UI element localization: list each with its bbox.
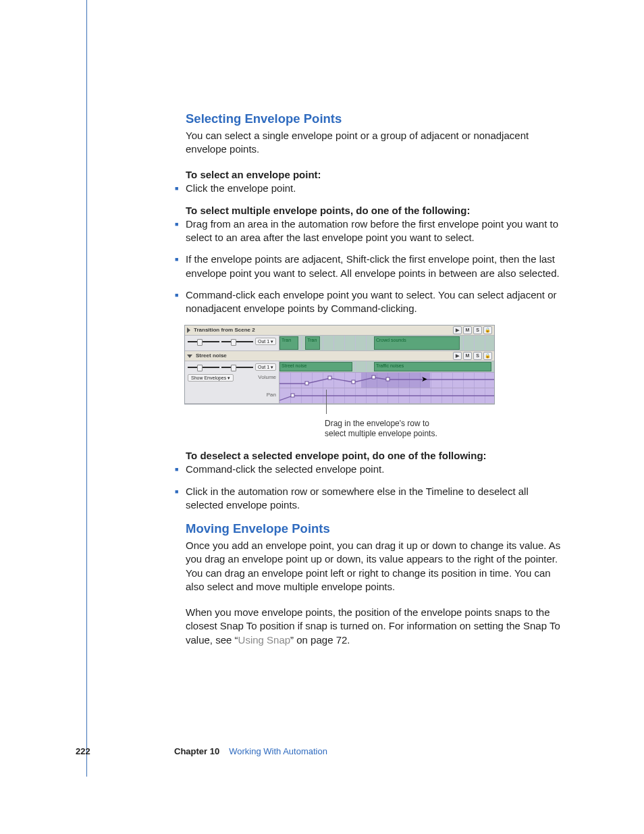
chapter-label: Chapter 10Working With Automation	[174, 746, 327, 756]
page-number: 222	[76, 746, 90, 756]
list-item: Command-click each envelope point you wa…	[186, 288, 566, 316]
svg-rect-2	[352, 380, 355, 384]
envelope-curve	[279, 373, 494, 388]
clip-crowd[interactable]: Crowd sounds	[374, 336, 460, 350]
figure-timeline: Transition from Scene 2 ▶ M S 🔒 Out 1 ▾	[184, 325, 566, 439]
envelope-label-pan: Pan	[267, 392, 276, 398]
list-item: Drag from an area in the automation row …	[186, 217, 566, 245]
solo-button[interactable]: S	[473, 352, 482, 360]
track-body-2: Out 1 ▾ Show Envelopes ▾ Volume Pan Stre…	[185, 361, 494, 404]
list-item: If the envelope points are adjacent, Shi…	[186, 253, 566, 280]
lead-deselect: To deselect a selected envelope point, d…	[186, 450, 566, 461]
timeline-screenshot: Transition from Scene 2 ▶ M S 🔒 Out 1 ▾	[184, 325, 495, 405]
solo-button[interactable]: S	[473, 326, 482, 334]
track-controls: Out 1 ▾	[185, 336, 279, 350]
svg-rect-3	[372, 375, 375, 379]
list-item: Click the envelope point.	[186, 182, 566, 195]
list-deselect: Command-click the selected envelope poin…	[186, 463, 566, 512]
pan-slider[interactable]	[221, 367, 253, 368]
track-controls: Out 1 ▾ Show Envelopes ▾ Volume Pan	[185, 361, 279, 403]
heading-moving-envelope-points: Moving Envelope Points	[186, 521, 566, 536]
intro-paragraph: You can select a single envelope point o…	[186, 129, 566, 157]
callout	[184, 405, 493, 417]
list-select-single: Click the envelope point.	[186, 182, 566, 195]
pan-slider[interactable]	[221, 341, 253, 342]
track-name: Transition from Scene 2	[194, 328, 255, 333]
track-body-1: Out 1 ▾ Tran Tran Crowd sounds	[185, 336, 494, 351]
envelope-lane-volume[interactable]: ➤	[279, 372, 494, 388]
list-item: Command-click the selected envelope poin…	[186, 463, 566, 476]
track-name: Street noise	[196, 353, 227, 359]
lock-button[interactable]: 🔒	[483, 352, 492, 360]
list-item: Click in the automation row or somewhere…	[186, 485, 566, 513]
envelope-lane-pan[interactable]	[279, 388, 494, 403]
mute-button[interactable]: M	[463, 326, 472, 334]
clip-lane[interactable]: Tran Tran Crowd sounds	[279, 336, 494, 350]
track-header-1: Transition from Scene 2 ▶ M S 🔒	[185, 325, 494, 336]
volume-slider[interactable]	[188, 341, 219, 342]
clip-traffic[interactable]: Traffic noises	[374, 362, 492, 371]
lock-button[interactable]: 🔒	[483, 326, 492, 334]
callout-line	[326, 390, 327, 414]
page: Selecting Envelope Points You can select…	[0, 0, 644, 834]
track-buttons: ▶ M S 🔒	[453, 352, 492, 360]
clip-tran2[interactable]: Tran	[305, 336, 320, 350]
svg-rect-1	[328, 376, 331, 380]
moving-paragraph-2: When you move envelope points, the posit…	[186, 606, 566, 647]
track-header-2: Street noise ▶ M S 🔒	[185, 351, 494, 361]
moving-paragraph-1: Once you add an envelope point, you can …	[186, 539, 566, 594]
output-menu[interactable]: Out 1 ▾	[255, 338, 276, 345]
lead-select-multiple: To select multiple envelope points, do o…	[186, 205, 566, 216]
svg-rect-0	[305, 382, 308, 385]
svg-rect-4	[386, 377, 390, 381]
lead-select-single: To select an envelope point:	[186, 169, 566, 180]
play-button[interactable]: ▶	[453, 352, 462, 360]
svg-rect-5	[291, 394, 294, 397]
volume-slider[interactable]	[188, 367, 219, 368]
mute-button[interactable]: M	[463, 352, 472, 360]
margin-rule	[86, 0, 87, 777]
disclosure-icon[interactable]	[187, 328, 190, 333]
clip-tran[interactable]: Tran	[279, 336, 298, 350]
envelope-curve	[279, 388, 494, 403]
chapter-title: Working With Automation	[229, 746, 327, 756]
heading-selecting-envelope-points: Selecting Envelope Points	[186, 111, 566, 126]
clip-street[interactable]: Street noise	[279, 362, 352, 371]
cursor-icon: ➤	[421, 375, 427, 383]
disclosure-icon[interactable]	[187, 355, 192, 358]
link-using-snap[interactable]: Using Snap	[238, 634, 291, 646]
track-buttons: ▶ M S 🔒	[453, 326, 492, 334]
play-button[interactable]: ▶	[453, 326, 462, 334]
figure-caption: Drag in the envelope's row to select mul…	[184, 419, 634, 439]
show-envelopes-menu[interactable]: Show Envelopes ▾	[188, 374, 234, 382]
output-menu[interactable]: Out 1 ▾	[255, 363, 276, 371]
list-select-multiple: Drag from an area in the automation row …	[186, 217, 566, 316]
clip-lane[interactable]: Street noise Traffic noises	[279, 361, 494, 372]
envelope-label-volume: Volume	[258, 375, 276, 380]
